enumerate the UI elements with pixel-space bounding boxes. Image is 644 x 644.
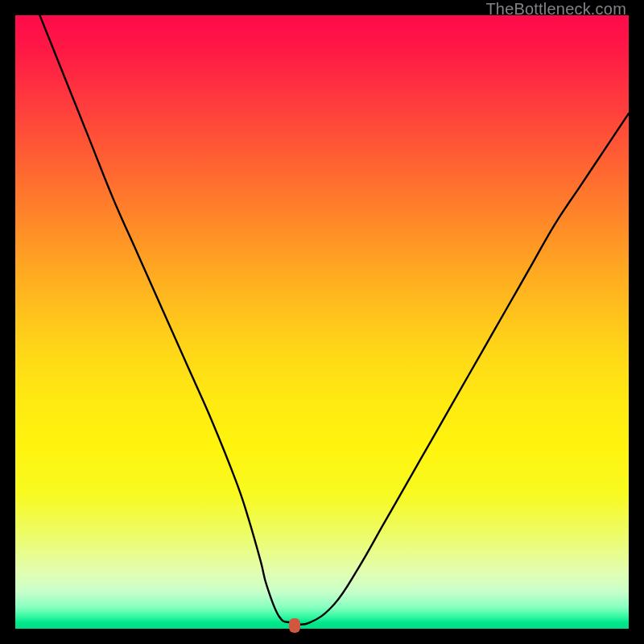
plot-area	[15, 15, 629, 629]
bottleneck-curve	[15, 15, 629, 629]
chart-frame: TheBottleneck.com	[0, 0, 644, 644]
optimal-point-marker	[289, 618, 300, 633]
